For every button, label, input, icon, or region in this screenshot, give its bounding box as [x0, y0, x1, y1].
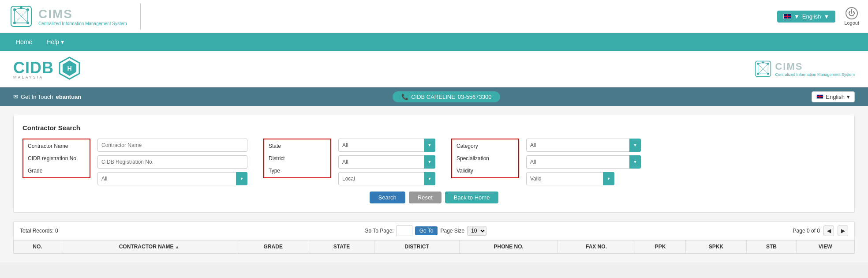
goto-button[interactable]: Go To [415, 226, 438, 235]
prev-page-button[interactable]: ◀ [823, 225, 834, 236]
search-button[interactable]: Search [370, 192, 405, 203]
cat-spec-val-box: Category Specialization Validity [451, 139, 519, 178]
cidb-title: CIDB [13, 59, 54, 77]
district-label: District [269, 155, 326, 162]
state-label: State [269, 143, 326, 149]
total-records: Total Records: 0 [20, 228, 58, 234]
next-page-button[interactable]: ▶ [838, 225, 848, 236]
input-fields-group: All [97, 139, 247, 185]
right-logo: CIMS Centralized Information Management … [755, 60, 855, 77]
svg-line-6 [15, 8, 21, 10]
cidb-logo: CIDB MALAYSIA H [13, 56, 82, 82]
cat-fields-group: All All Valid [526, 139, 641, 185]
sort-icon: ▲ [175, 244, 180, 249]
contractor-name-input[interactable] [97, 139, 247, 152]
grade-select-wrapper: All [97, 172, 247, 185]
cidb-reg-input[interactable] [97, 155, 247, 169]
col-fax: FAX NO. [558, 240, 635, 253]
cims-title: CIMS [38, 7, 127, 21]
col-no: NO. [14, 240, 61, 253]
state-district-type-box: State District Type [263, 139, 331, 178]
col-name: CONTRACTOR NAME ▲ [61, 240, 237, 253]
col-grade: GRADE [237, 240, 309, 253]
email-value: ebantuan [56, 94, 81, 100]
contractor-name-label: Contractor Name [28, 143, 85, 149]
careline-label: CIDB CARELINE [411, 94, 455, 100]
top-bar: CIMS Centralized Information Management … [0, 0, 868, 33]
nav-home[interactable]: Home [9, 33, 39, 51]
page-info-section: Page 0 of 0 ◀ ▶ [793, 225, 848, 236]
email-section: ✉ Get In Touch ebantuan [13, 94, 81, 100]
col-state: STATE [309, 240, 374, 253]
col-phone: PHONE NO. [460, 240, 558, 253]
results-area: Total Records: 0 Go To Page: Go To Page … [13, 222, 855, 254]
button-row: Search Reset Back to Home [22, 192, 846, 203]
email-label: Get In Touch [21, 94, 53, 100]
results-table: NO. CONTRACTOR NAME ▲ GRADE STATE DISTRI… [14, 240, 854, 253]
validity-select[interactable]: Valid [526, 172, 614, 185]
district-select-wrapper: All [338, 155, 435, 169]
careline-number: 03-55673300 [458, 94, 492, 100]
state-select-wrapper: All [338, 139, 435, 152]
cims-subtitle: Centralized Information Management Syste… [38, 21, 127, 26]
right-cims-text: CIMS Centralized Information Management … [775, 61, 855, 77]
svg-text:H: H [67, 65, 71, 72]
specialization-label: Specialization [456, 155, 514, 162]
logout-button[interactable]: ⏻ Logout [844, 7, 859, 26]
type-select[interactable]: Local [338, 172, 435, 185]
category-select-wrapper: All [526, 139, 641, 152]
col-view: VIEW [797, 240, 854, 253]
svg-line-22 [758, 63, 763, 64]
type-select-wrapper: Local [338, 172, 435, 185]
category-select[interactable]: All [526, 139, 641, 152]
cidb-hex-icon: H [57, 56, 82, 82]
svg-line-7 [21, 8, 28, 10]
specialization-select[interactable]: All [526, 155, 641, 169]
table-header-row: NO. CONTRACTOR NAME ▲ GRADE STATE DISTRI… [14, 240, 854, 253]
search-form: Contractor Name CIDB registration No. Gr… [22, 139, 846, 185]
language-button[interactable]: ▼ English ▼ [777, 11, 835, 23]
labels-box: Contractor Name CIDB registration No. Gr… [22, 139, 90, 178]
goto-page-label: Go To Page: [364, 228, 394, 234]
page-controls: Go To Page: Go To Page Size 10 [364, 225, 486, 236]
svg-line-23 [763, 63, 768, 64]
content-area: Contractor Search Contractor Name CIDB r… [0, 106, 868, 263]
main-nav: Home Help ▾ [0, 33, 868, 51]
col-ppk: PPK [635, 240, 685, 253]
page-size-label: Page Size [440, 228, 464, 234]
chevron-down-icon: ▾ [61, 38, 64, 45]
state-fields-group: All All Local [338, 139, 435, 185]
cidb-text-group: CIDB MALAYSIA [13, 59, 54, 79]
validity-label: Validity [456, 168, 514, 174]
validity-select-wrapper: Valid [526, 172, 614, 185]
reset-button[interactable]: Reset [409, 192, 441, 203]
col-district: DISTRICT [374, 240, 460, 253]
page-size-select[interactable]: 10 [467, 226, 486, 236]
flag-icon-small [816, 94, 823, 99]
search-title: Contractor Search [22, 124, 846, 131]
grade-label: Grade [28, 168, 85, 174]
page-info: Page 0 of 0 [793, 228, 820, 234]
right-cims-icon [755, 60, 771, 77]
cims-logo-icon [9, 4, 33, 29]
info-bar: ✉ Get In Touch ebantuan 📞 CIDB CARELINE … [0, 87, 868, 106]
grade-select[interactable]: All [97, 172, 247, 185]
flag-icon [783, 14, 791, 19]
results-header: Total Records: 0 Go To Page: Go To Page … [14, 222, 854, 240]
specialization-select-wrapper: All [526, 155, 641, 169]
info-lang-label: English [826, 94, 845, 100]
page-number-input[interactable] [397, 225, 412, 236]
phone-icon: 📞 [401, 94, 408, 100]
careline-button[interactable]: 📞 CIDB CARELINE 03-55673300 [393, 91, 500, 102]
email-icon: ✉ [13, 94, 18, 100]
col-stb: STB [746, 240, 797, 253]
logo-section: CIMS Centralized Information Management … [9, 3, 141, 30]
nav-help[interactable]: Help ▾ [39, 33, 71, 51]
category-label: Category [456, 143, 514, 149]
district-select[interactable]: All [338, 155, 435, 169]
logout-icon: ⏻ [846, 7, 858, 19]
state-select[interactable]: All [338, 139, 435, 152]
back-to-home-button[interactable]: Back to Home [445, 192, 499, 203]
cims-logo-text: CIMS Centralized Information Management … [38, 7, 127, 26]
info-lang-button[interactable]: English ▾ [812, 91, 855, 102]
